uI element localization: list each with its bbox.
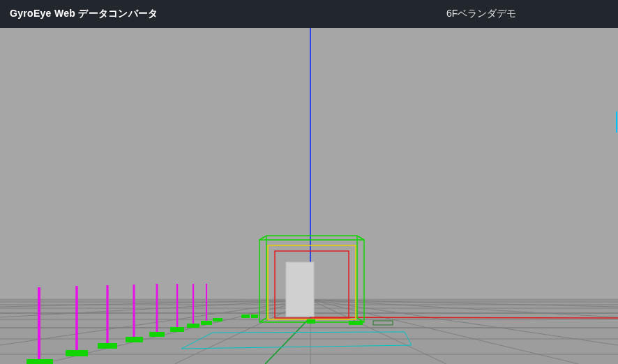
svg-rect-48 — [251, 314, 258, 318]
svg-rect-34 — [98, 343, 117, 349]
svg-rect-42 — [187, 324, 199, 328]
axis-x — [310, 317, 618, 318]
svg-rect-50 — [349, 321, 363, 325]
svg-rect-36 — [126, 337, 143, 342]
svg-rect-38 — [149, 332, 165, 337]
viewport-3d[interactable] — [0, 28, 618, 364]
svg-rect-47 — [241, 314, 250, 318]
panel-gray — [286, 262, 314, 317]
app-title: GyroEye Web データコンバータ — [10, 8, 158, 20]
app-header: GyroEye Web データコンバータ 6Fベランダデモ — [0, 0, 618, 28]
scene-canvas[interactable] — [0, 28, 618, 364]
svg-rect-40 — [170, 327, 184, 332]
svg-rect-30 — [27, 359, 53, 364]
svg-rect-44 — [201, 321, 212, 325]
svg-rect-32 — [66, 350, 88, 356]
model-title: 6Fベランダデモ — [446, 8, 516, 20]
svg-rect-46 — [213, 318, 223, 321]
svg-rect-49 — [307, 319, 315, 324]
